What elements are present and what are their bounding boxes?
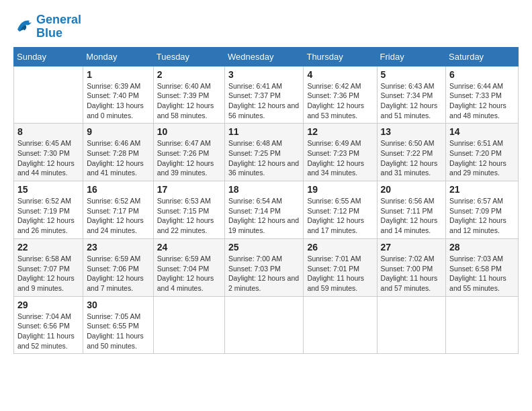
calendar-cell: 8 Sunrise: 6:45 AMSunset: 7:30 PMDayligh… [14,124,83,181]
day-detail: Sunrise: 7:05 AMSunset: 6:55 PMDaylight:… [87,312,144,350]
day-header-thursday: Thursday [304,47,377,66]
calendar-cell [153,296,224,354]
calendar-cell: 18 Sunrise: 6:54 AMSunset: 7:14 PMDaylig… [225,181,304,239]
calendar-cell [377,296,446,354]
day-number: 27 [381,242,443,253]
day-detail: Sunrise: 7:02 AMSunset: 7:00 PMDaylight:… [381,255,438,292]
day-number: 13 [381,126,443,137]
day-detail: Sunrise: 6:56 AMSunset: 7:11 PMDaylight:… [381,197,438,234]
calendar-cell: 11 Sunrise: 6:48 AMSunset: 7:25 PMDaylig… [225,124,304,181]
day-number: 16 [87,184,149,195]
day-number: 30 [87,300,149,310]
calendar-cell: 6 Sunrise: 6:44 AMSunset: 7:33 PMDayligh… [446,66,519,124]
calendar-cell: 22 Sunrise: 6:58 AMSunset: 7:07 PMDaylig… [14,238,83,296]
day-number: 17 [157,184,221,195]
calendar-cell: 10 Sunrise: 6:47 AMSunset: 7:26 PMDaylig… [153,124,224,181]
calendar-cell: 3 Sunrise: 6:41 AMSunset: 7:37 PMDayligh… [225,66,304,124]
calendar-cell: 13 Sunrise: 6:50 AMSunset: 7:22 PMDaylig… [377,124,446,181]
day-number: 5 [381,69,443,80]
calendar-cell: 2 Sunrise: 6:40 AMSunset: 7:39 PMDayligh… [153,66,224,124]
day-number: 28 [449,242,515,253]
logo: General Blue [13,13,81,40]
week-row-5: 29 Sunrise: 7:04 AMSunset: 6:56 PMDaylig… [14,296,519,354]
day-detail: Sunrise: 6:59 AMSunset: 7:04 PMDaylight:… [157,255,214,292]
day-detail: Sunrise: 6:43 AMSunset: 7:34 PMDaylight:… [381,82,438,120]
calendar-cell: 17 Sunrise: 6:53 AMSunset: 7:15 PMDaylig… [153,181,224,239]
day-header-friday: Friday [377,47,446,66]
calendar-cell: 27 Sunrise: 7:02 AMSunset: 7:00 PMDaylig… [377,238,446,296]
day-number: 24 [157,242,221,253]
day-number: 6 [449,69,515,80]
day-detail: Sunrise: 6:58 AMSunset: 7:07 PMDaylight:… [17,255,75,292]
day-detail: Sunrise: 7:00 AMSunset: 7:03 PMDaylight:… [228,255,299,292]
calendar-cell: 23 Sunrise: 6:59 AMSunset: 7:06 PMDaylig… [83,238,153,296]
day-number: 15 [17,184,79,195]
page-header: General Blue [13,13,519,40]
calendar-cell: 20 Sunrise: 6:56 AMSunset: 7:11 PMDaylig… [377,181,446,239]
day-detail: Sunrise: 6:44 AMSunset: 7:33 PMDaylight:… [449,82,506,120]
logo-blue: Blue [36,27,81,40]
header-row: SundayMondayTuesdayWednesdayThursdayFrid… [14,47,519,66]
day-number: 3 [228,69,300,80]
day-detail: Sunrise: 6:47 AMSunset: 7:26 PMDaylight:… [157,139,214,177]
day-number: 8 [17,126,79,137]
day-header-tuesday: Tuesday [153,47,224,66]
day-detail: Sunrise: 7:01 AMSunset: 7:01 PMDaylight:… [307,255,364,292]
day-detail: Sunrise: 6:59 AMSunset: 7:06 PMDaylight:… [87,255,144,292]
day-detail: Sunrise: 6:51 AMSunset: 7:20 PMDaylight:… [449,139,506,177]
calendar-cell: 5 Sunrise: 6:43 AMSunset: 7:34 PMDayligh… [377,66,446,124]
day-detail: Sunrise: 6:55 AMSunset: 7:12 PMDaylight:… [307,197,364,234]
week-row-2: 8 Sunrise: 6:45 AMSunset: 7:30 PMDayligh… [14,124,519,181]
day-detail: Sunrise: 7:04 AMSunset: 6:56 PMDaylight:… [17,312,75,350]
calendar-table: SundayMondayTuesdayWednesdayThursdayFrid… [13,47,519,355]
calendar-cell: 4 Sunrise: 6:42 AMSunset: 7:36 PMDayligh… [304,66,377,124]
calendar-cell: 1 Sunrise: 6:39 AMSunset: 7:40 PMDayligh… [83,66,153,124]
day-number: 11 [228,126,300,137]
calendar-cell: 26 Sunrise: 7:01 AMSunset: 7:01 PMDaylig… [304,238,377,296]
calendar-cell: 25 Sunrise: 7:00 AMSunset: 7:03 PMDaylig… [225,238,304,296]
day-number: 4 [307,69,373,80]
day-number: 9 [87,126,149,137]
week-row-3: 15 Sunrise: 6:52 AMSunset: 7:19 PMDaylig… [14,181,519,239]
day-number: 2 [157,69,221,80]
calendar-cell: 16 Sunrise: 6:52 AMSunset: 7:17 PMDaylig… [83,181,153,239]
day-header-sunday: Sunday [14,47,83,66]
day-detail: Sunrise: 6:49 AMSunset: 7:23 PMDaylight:… [307,139,364,177]
calendar-cell: 28 Sunrise: 7:03 AMSunset: 6:58 PMDaylig… [446,238,519,296]
week-row-4: 22 Sunrise: 6:58 AMSunset: 7:07 PMDaylig… [14,238,519,296]
calendar-cell [304,296,377,354]
day-number: 1 [87,69,149,80]
day-header-saturday: Saturday [446,47,519,66]
day-number: 21 [449,184,515,195]
calendar-cell [225,296,304,354]
day-header-monday: Monday [83,47,153,66]
calendar-cell: 24 Sunrise: 6:59 AMSunset: 7:04 PMDaylig… [153,238,224,296]
logo-general: General [36,13,81,26]
day-number: 25 [228,242,300,253]
day-number: 12 [307,126,373,137]
day-number: 10 [157,126,221,137]
day-number: 20 [381,184,443,195]
calendar-cell [446,296,519,354]
day-detail: Sunrise: 6:42 AMSunset: 7:36 PMDaylight:… [307,82,364,120]
calendar-cell: 30 Sunrise: 7:05 AMSunset: 6:55 PMDaylig… [83,296,153,354]
day-detail: Sunrise: 6:52 AMSunset: 7:17 PMDaylight:… [87,197,144,234]
day-number: 19 [307,184,373,195]
week-row-1: 1 Sunrise: 6:39 AMSunset: 7:40 PMDayligh… [14,66,519,124]
calendar-cell: 12 Sunrise: 6:49 AMSunset: 7:23 PMDaylig… [304,124,377,181]
day-detail: Sunrise: 6:54 AMSunset: 7:14 PMDaylight:… [228,197,299,234]
day-detail: Sunrise: 6:40 AMSunset: 7:39 PMDaylight:… [157,82,214,120]
day-number: 14 [449,126,515,137]
day-detail: Sunrise: 6:45 AMSunset: 7:30 PMDaylight:… [17,139,75,177]
calendar-cell: 21 Sunrise: 6:57 AMSunset: 7:09 PMDaylig… [446,181,519,239]
day-detail: Sunrise: 6:50 AMSunset: 7:22 PMDaylight:… [381,139,438,177]
day-header-wednesday: Wednesday [225,47,304,66]
day-detail: Sunrise: 6:52 AMSunset: 7:19 PMDaylight:… [17,197,75,234]
day-detail: Sunrise: 6:46 AMSunset: 7:28 PMDaylight:… [87,139,144,177]
day-detail: Sunrise: 6:39 AMSunset: 7:40 PMDaylight:… [87,82,144,120]
day-number: 29 [17,300,79,310]
calendar-cell: 19 Sunrise: 6:55 AMSunset: 7:12 PMDaylig… [304,181,377,239]
day-detail: Sunrise: 6:53 AMSunset: 7:15 PMDaylight:… [157,197,214,234]
calendar-cell: 9 Sunrise: 6:46 AMSunset: 7:28 PMDayligh… [83,124,153,181]
day-number: 23 [87,242,149,253]
